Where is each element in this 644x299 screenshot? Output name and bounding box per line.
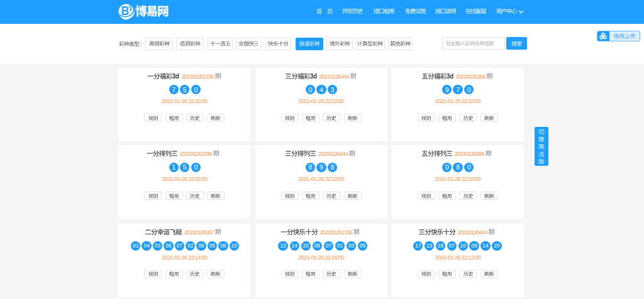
svg-text:20210126444: 20210126444 <box>319 73 350 80</box>
svg-text:20210126667: 20210126667 <box>184 229 214 236</box>
svg-text:202101261336: 202101261336 <box>180 151 213 158</box>
svg-text:3d: 3d <box>447 73 453 80</box>
svg-text:3d: 3d <box>310 73 317 80</box>
svg-text:20210126266: 20210126266 <box>455 151 485 158</box>
svg-text::: : <box>140 41 142 47</box>
svg-text:202101261336: 202101261336 <box>319 229 352 236</box>
svg-text:20210126444: 20210126444 <box>318 151 348 158</box>
svg-text:B: B <box>121 3 129 18</box>
svg-text:3d: 3d <box>172 73 179 80</box>
svg-text:20210126444: 20210126444 <box>457 229 487 236</box>
svg-text:202101261336: 202101261336 <box>181 73 214 80</box>
svg-text:20210126266: 20210126266 <box>456 73 486 80</box>
